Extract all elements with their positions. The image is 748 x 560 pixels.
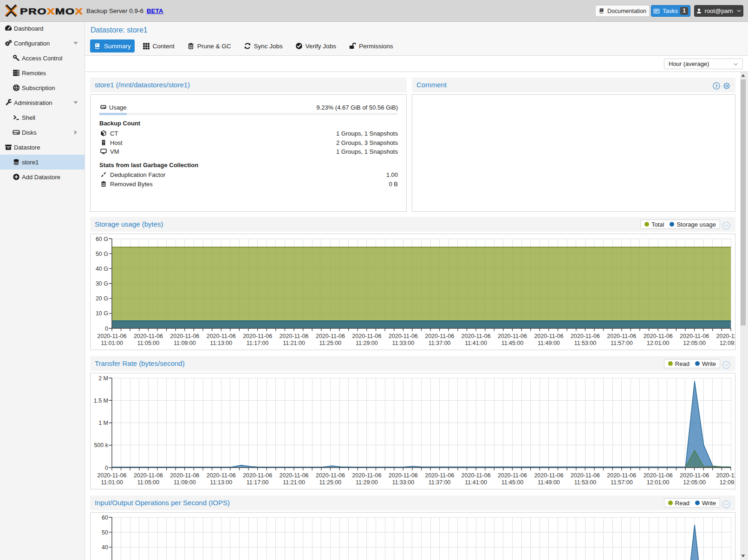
svg-text:11:41:00: 11:41:00 bbox=[465, 479, 487, 486]
svg-text:50 G: 50 G bbox=[96, 251, 108, 257]
svg-text:2020-11-06: 2020-11-06 bbox=[134, 333, 163, 339]
svg-text:2020-11-06: 2020-11-06 bbox=[280, 472, 309, 479]
svg-text:11:45:00: 11:45:00 bbox=[501, 340, 524, 346]
svg-text:11:09:00: 11:09:00 bbox=[174, 479, 196, 486]
svg-text:11:21:00: 11:21:00 bbox=[283, 479, 305, 486]
svg-text:12:01:00: 12:01:00 bbox=[647, 479, 670, 486]
svg-text:10 G: 10 G bbox=[96, 310, 108, 317]
svg-text:11:33:00: 11:33:00 bbox=[392, 479, 414, 486]
svg-text:2020-11-06: 2020-11-06 bbox=[97, 472, 126, 479]
svg-text:2020-11-06: 2020-11-06 bbox=[97, 333, 126, 339]
svg-text:2020-11-06: 2020-11-06 bbox=[716, 472, 735, 479]
svg-text:2020-11-06: 2020-11-06 bbox=[316, 472, 345, 479]
svg-text:2020-11-06: 2020-11-06 bbox=[352, 333, 381, 339]
svg-text:2 M: 2 M bbox=[98, 375, 108, 382]
svg-text:12:05:00: 12:05:00 bbox=[683, 340, 706, 346]
svg-text:2020-11-06: 2020-11-06 bbox=[243, 333, 272, 339]
svg-text:2020-11-06: 2020-11-06 bbox=[207, 472, 236, 479]
svg-text:11:29:00: 11:29:00 bbox=[356, 479, 378, 486]
svg-text:2020-11-06: 2020-11-06 bbox=[207, 333, 236, 339]
svg-text:12:09:00: 12:09:00 bbox=[720, 479, 735, 486]
svg-text:2020-11-06: 2020-11-06 bbox=[462, 333, 491, 339]
svg-text:50: 50 bbox=[102, 529, 108, 536]
svg-text:2020-11-06: 2020-11-06 bbox=[644, 472, 673, 479]
svg-text:11:49:00: 11:49:00 bbox=[538, 479, 560, 486]
svg-text:2020-11-06: 2020-11-06 bbox=[534, 333, 563, 339]
svg-text:11:17:00: 11:17:00 bbox=[247, 340, 269, 346]
svg-text:11:05:00: 11:05:00 bbox=[137, 479, 160, 486]
svg-text:11:01:00: 11:01:00 bbox=[101, 340, 123, 346]
svg-text:11:17:00: 11:17:00 bbox=[247, 479, 269, 486]
svg-text:2020-11-06: 2020-11-06 bbox=[425, 472, 454, 479]
svg-text:40: 40 bbox=[102, 544, 108, 551]
svg-text:11:37:00: 11:37:00 bbox=[429, 479, 451, 486]
svg-text:12:01:00: 12:01:00 bbox=[647, 340, 670, 346]
svg-text:2020-11-06: 2020-11-06 bbox=[243, 472, 272, 479]
svg-text:1 M: 1 M bbox=[98, 420, 108, 426]
svg-text:11:45:00: 11:45:00 bbox=[501, 479, 524, 486]
svg-text:11:09:00: 11:09:00 bbox=[174, 340, 196, 346]
svg-text:12:09:00: 12:09:00 bbox=[720, 340, 735, 346]
svg-text:2020-11-06: 2020-11-06 bbox=[170, 472, 199, 479]
svg-text:2020-11-06: 2020-11-06 bbox=[352, 472, 381, 479]
svg-text:11:13:00: 11:13:00 bbox=[210, 340, 232, 346]
svg-text:11:25:00: 11:25:00 bbox=[319, 479, 342, 486]
svg-text:11:53:00: 11:53:00 bbox=[574, 340, 596, 346]
svg-text:2020-11-06: 2020-11-06 bbox=[389, 472, 418, 479]
svg-text:2020-11-06: 2020-11-06 bbox=[170, 333, 199, 339]
svg-text:11:29:00: 11:29:00 bbox=[356, 340, 378, 346]
svg-text:11:33:00: 11:33:00 bbox=[392, 340, 414, 346]
svg-text:11:21:00: 11:21:00 bbox=[283, 340, 305, 346]
svg-text:11:37:00: 11:37:00 bbox=[429, 340, 451, 346]
svg-text:40 G: 40 G bbox=[96, 266, 108, 272]
svg-text:1.5 M: 1.5 M bbox=[94, 397, 108, 404]
svg-text:2020-11-06: 2020-11-06 bbox=[498, 472, 527, 479]
svg-text:12:05:00: 12:05:00 bbox=[683, 479, 706, 486]
svg-text:11:57:00: 11:57:00 bbox=[611, 479, 633, 486]
svg-text:11:57:00: 11:57:00 bbox=[611, 340, 633, 346]
svg-text:2020-11-06: 2020-11-06 bbox=[498, 333, 527, 339]
svg-text:11:13:00: 11:13:00 bbox=[210, 479, 232, 486]
svg-text:2020-11-06: 2020-11-06 bbox=[680, 472, 709, 479]
svg-text:2020-11-06: 2020-11-06 bbox=[134, 472, 163, 479]
svg-text:11:25:00: 11:25:00 bbox=[319, 340, 342, 346]
svg-text:2020-11-06: 2020-11-06 bbox=[425, 333, 454, 339]
svg-text:2020-11-06: 2020-11-06 bbox=[607, 472, 636, 479]
svg-text:11:01:00: 11:01:00 bbox=[101, 479, 123, 486]
svg-text:2020-11-06: 2020-11-06 bbox=[389, 333, 418, 339]
svg-text:2020-11-06: 2020-11-06 bbox=[571, 472, 600, 479]
svg-text:11:49:00: 11:49:00 bbox=[538, 340, 560, 346]
svg-text:500 k: 500 k bbox=[94, 442, 108, 449]
svg-text:60: 60 bbox=[102, 514, 108, 521]
svg-text:0: 0 bbox=[105, 326, 108, 332]
svg-text:0: 0 bbox=[105, 465, 108, 471]
svg-text:2020-11-06: 2020-11-06 bbox=[644, 333, 673, 339]
svg-text:30 G: 30 G bbox=[96, 280, 108, 287]
svg-text:60 G: 60 G bbox=[96, 236, 108, 242]
svg-text:2020-11-06: 2020-11-06 bbox=[316, 333, 345, 339]
svg-text:2020-11-06: 2020-11-06 bbox=[462, 472, 491, 479]
svg-text:11:41:00: 11:41:00 bbox=[465, 340, 487, 346]
svg-text:2020-11-06: 2020-11-06 bbox=[534, 472, 563, 479]
svg-text:2020-11-06: 2020-11-06 bbox=[716, 333, 735, 339]
svg-text:20 G: 20 G bbox=[96, 295, 108, 302]
svg-text:2020-11-06: 2020-11-06 bbox=[571, 333, 600, 339]
svg-text:2020-11-06: 2020-11-06 bbox=[280, 333, 309, 339]
svg-text:2020-11-06: 2020-11-06 bbox=[607, 333, 636, 339]
svg-text:2020-11-06: 2020-11-06 bbox=[680, 333, 709, 339]
svg-text:11:05:00: 11:05:00 bbox=[137, 340, 160, 346]
svg-text:11:53:00: 11:53:00 bbox=[574, 479, 596, 486]
